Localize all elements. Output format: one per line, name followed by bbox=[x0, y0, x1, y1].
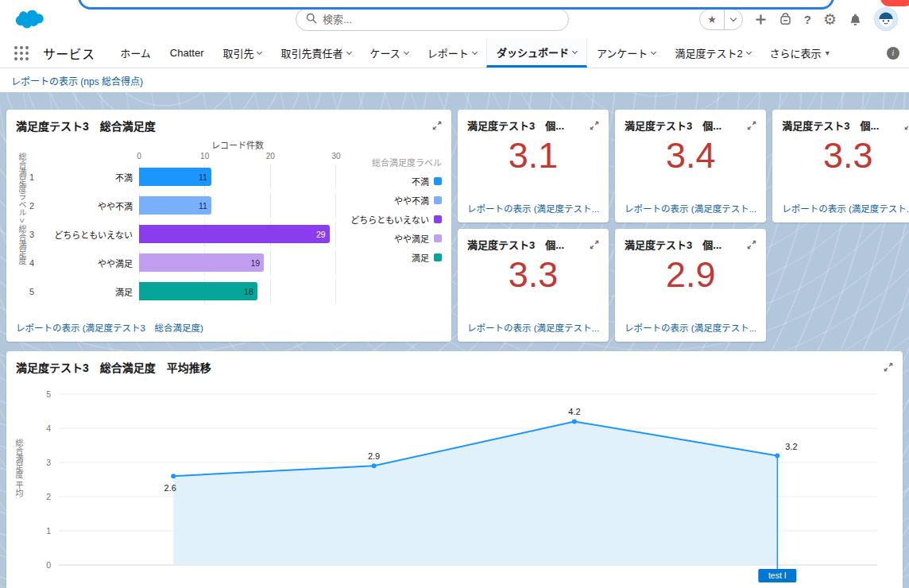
bar[interactable]: 11 bbox=[139, 196, 211, 215]
bar-value-label: 11 bbox=[199, 201, 207, 211]
metric-value: 3.1 bbox=[467, 135, 599, 176]
bar-track: 11 bbox=[139, 193, 336, 218]
report-link[interactable]: レポートの表示 (満足度テスト... bbox=[625, 321, 756, 334]
global-actions-plus-icon[interactable] bbox=[755, 14, 767, 25]
salesforce-logo[interactable] bbox=[10, 7, 44, 32]
search-input[interactable] bbox=[323, 14, 559, 25]
expand-icon[interactable] bbox=[884, 361, 893, 375]
category-label: 不満 bbox=[41, 171, 139, 184]
salesforce-cloud-icon bbox=[10, 7, 44, 32]
expand-icon[interactable] bbox=[747, 119, 756, 133]
favorites-button[interactable]: ★ bbox=[699, 9, 743, 30]
nav-item-dashboards[interactable]: ダッシュボード bbox=[486, 38, 587, 68]
bar-legend-items: 不満やや不満どちらともいえないやや満足満足 bbox=[350, 175, 442, 264]
data-point-label: 4.2 bbox=[568, 407, 580, 416]
metric-grid: 満足度テスト3 個...3.1レポートの表示 (満足度テスト...満足度テスト3… bbox=[458, 110, 909, 342]
legend-swatch bbox=[434, 177, 442, 185]
widget-header: 満足度テスト3 総合満足度 bbox=[16, 118, 442, 133]
data-point[interactable] bbox=[775, 453, 779, 458]
report-link[interactable]: レポートの表示 (満足度テスト3 総合満足度) bbox=[16, 321, 442, 334]
bar[interactable]: 19 bbox=[139, 253, 264, 272]
category-label: やや不満 bbox=[41, 199, 139, 212]
bar-plot-area: レコード件数 0102030 1不満112やや不満113どちらともいえない294… bbox=[29, 138, 340, 321]
bar[interactable]: 18 bbox=[139, 282, 257, 300]
setup-gear-icon[interactable]: ⚙ bbox=[823, 10, 837, 29]
chevron-down-icon bbox=[257, 49, 262, 55]
nav-item-label: 満足度テスト2 bbox=[675, 45, 742, 60]
metric-value: 3.4 bbox=[625, 135, 756, 176]
bar[interactable]: 29 bbox=[139, 225, 330, 243]
metric-widget: 満足度テスト3 個...2.9レポートの表示 (満足度テスト... bbox=[615, 229, 766, 342]
bar-row: 2やや不満11 bbox=[29, 193, 340, 218]
bar-row: 4やや満足19 bbox=[29, 250, 340, 275]
bar-y-axis-label: 総合満足度ラベル > 総合満足度 bbox=[16, 138, 28, 321]
chevron-down-icon bbox=[730, 15, 737, 21]
expand-icon[interactable] bbox=[590, 119, 599, 133]
info-icon[interactable]: i bbox=[887, 47, 899, 60]
nav-item-accounts[interactable]: 取引先 bbox=[213, 38, 271, 68]
nav-item-satisfaction-test2[interactable]: 満足度テスト2 bbox=[665, 38, 760, 68]
data-point[interactable] bbox=[372, 463, 377, 468]
expand-icon[interactable] bbox=[590, 238, 599, 253]
widget-title: 満足度テスト3 個... bbox=[467, 118, 564, 133]
metric-widget: 満足度テスト3 個...3.4レポートの表示 (満足度テスト... bbox=[615, 110, 766, 222]
nav-item-label: アンケート bbox=[597, 45, 648, 60]
y-tick-label: 0 bbox=[46, 560, 51, 570]
nav-item-surveys[interactable]: アンケート bbox=[587, 38, 665, 68]
nav-item-more[interactable]: さらに表示▾ bbox=[760, 38, 839, 68]
nav-item-label: 取引先責任者 bbox=[280, 45, 342, 60]
expand-icon[interactable] bbox=[432, 119, 442, 133]
guidance-center-icon[interactable] bbox=[779, 13, 792, 26]
widget-header: 満足度テスト3 総合満足度 平均推移 bbox=[16, 359, 893, 375]
widget-header: 満足度テスト3 個... bbox=[467, 118, 599, 133]
widget-title: 満足度テスト3 総合満足度 bbox=[16, 118, 156, 133]
help-icon[interactable]: ? bbox=[804, 13, 811, 26]
data-point[interactable] bbox=[171, 474, 176, 478]
report-link[interactable]: レポートの表示 (満足度テスト... bbox=[467, 321, 599, 334]
report-link[interactable]: レポートの表示 (満足度テスト... bbox=[467, 202, 599, 215]
category-index: 5 bbox=[29, 287, 41, 296]
category-index: 2 bbox=[29, 201, 41, 211]
star-icon[interactable]: ★ bbox=[700, 10, 725, 29]
favorites-caret-button[interactable] bbox=[725, 10, 742, 29]
nav-item-reports[interactable]: レポート bbox=[418, 38, 486, 68]
bar-row: 1不満11 bbox=[29, 164, 340, 189]
legend-item: やや満足 bbox=[394, 232, 442, 245]
bar-track: 19 bbox=[139, 250, 336, 275]
expand-icon[interactable] bbox=[747, 238, 756, 253]
global-search[interactable] bbox=[296, 8, 569, 31]
top-report-link[interactable]: レポートの表示 (nps 総合得点) bbox=[11, 74, 143, 87]
legend-swatch bbox=[434, 215, 442, 223]
report-link[interactable]: レポートの表示 (満足度テスト... bbox=[625, 202, 756, 215]
app-nav-bar: サービス ホームChatter取引先取引先責任者ケースレポートダッシュボードアン… bbox=[0, 38, 909, 68]
metric-value: 2.9 bbox=[625, 254, 756, 296]
nav-item-label: Chatter bbox=[170, 47, 204, 59]
data-point-label: 2.9 bbox=[368, 451, 380, 461]
metric-widget: 満足度テスト3 個...3.1レポートの表示 (満足度テスト... bbox=[458, 110, 609, 222]
line-chart: 総合満足度 平均: 543210test I2.62.94.23.2 bbox=[16, 383, 893, 588]
expand-icon[interactable] bbox=[904, 119, 909, 133]
bar[interactable]: 11 bbox=[139, 168, 211, 186]
nav-item-contacts[interactable]: 取引先責任者 bbox=[271, 38, 360, 68]
report-link[interactable]: レポートの表示 (満足度テスト... bbox=[782, 202, 909, 215]
user-avatar[interactable] bbox=[874, 7, 898, 31]
nav-item-home[interactable]: ホーム bbox=[110, 38, 161, 68]
category-label: 満足 bbox=[41, 285, 139, 298]
legend-item: やや不満 bbox=[394, 194, 442, 207]
bar-track: 18 bbox=[139, 279, 336, 304]
category-index: 3 bbox=[29, 230, 41, 239]
legend-item: 満足 bbox=[412, 251, 442, 264]
notifications-bell-icon[interactable] bbox=[849, 13, 862, 26]
data-point[interactable] bbox=[572, 419, 577, 424]
widget-title: 満足度テスト3 総合満足度 平均推移 bbox=[16, 359, 211, 375]
widget-header: 満足度テスト3 個... bbox=[782, 118, 909, 133]
nav-item-chatter[interactable]: Chatter bbox=[161, 38, 214, 68]
y-tick-label: 1 bbox=[46, 526, 51, 536]
nav-item-label: ケース bbox=[370, 45, 400, 60]
bar-value-label: 18 bbox=[244, 287, 253, 296]
bar-track: 11 bbox=[139, 164, 336, 189]
nav-item-cases[interactable]: ケース bbox=[361, 38, 418, 68]
nav-item-label: さらに表示 bbox=[770, 45, 822, 60]
metric-widget: 満足度テスト3 個...3.3レポートの表示 (満足度テスト... bbox=[458, 229, 609, 342]
app-launcher-waffle-icon[interactable] bbox=[8, 38, 35, 68]
